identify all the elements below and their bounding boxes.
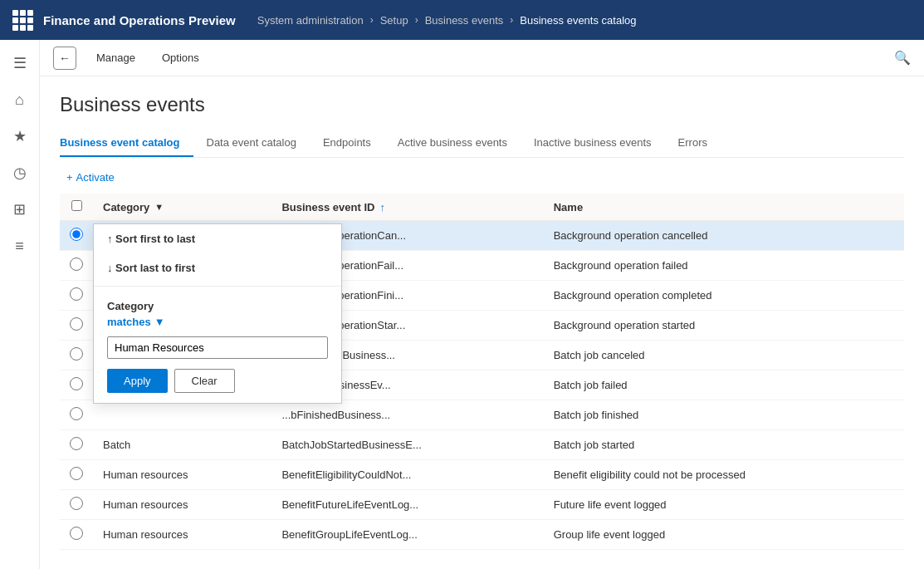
cell-name: Batch job canceled [544,341,904,370]
breadcrumb: System administration › Setup › Business… [257,14,637,27]
matches-chevron-icon: ▼ [154,316,165,328]
cell-name: Future life event logged [544,490,904,520]
toolbar: + Activate [60,168,904,187]
matches-label: matches [107,316,151,328]
filter-input[interactable] [107,336,328,359]
col-event-id-header[interactable]: Business event ID ↑ [271,194,543,221]
row-radio[interactable] [70,347,83,361]
sort-desc-label: ↓ Sort last to first [107,262,195,274]
sidebar-workspaces[interactable]: ⊞ [3,193,37,226]
tab-active-business-events[interactable]: Active business events [384,130,521,157]
cell-event-id: BenefitFutureLifeEventLog... [271,490,543,520]
cell-category: Batch [93,430,271,460]
row-radio[interactable] [70,497,83,510]
row-radio[interactable] [70,258,83,271]
cell-event-id: BenefitGroupLifeEventLog... [271,520,543,550]
tab-data-event-catalog[interactable]: Data event catalog [193,130,310,157]
sidebar-hamburger[interactable]: ☰ [3,47,37,80]
sidebar-recent[interactable]: ◷ [3,156,37,189]
activate-plus-icon: + [66,171,73,184]
table-row[interactable]: Human resources BenefitGroupLifeEventLog… [60,520,904,550]
cell-name: Batch job failed [544,370,904,400]
activate-label: Activate [76,171,115,184]
row-radio[interactable] [70,407,83,420]
col-name-header[interactable]: Name [544,194,904,221]
apply-button[interactable]: Apply [107,369,168,393]
cell-event-id: BenefitEligibilityCouldNot... [271,460,543,490]
sidebar-favorites[interactable]: ★ [3,120,37,153]
main-content: ← Manage Options 🔍 Business events Busin… [40,40,924,569]
row-radio[interactable] [70,287,83,301]
waffle-icon [12,10,33,31]
tab-business-event-catalog[interactable]: Business event catalog [60,130,193,157]
filter-matches-dropdown[interactable]: matches ▼ [107,316,328,328]
sidebar-list[interactable]: ≡ [3,229,37,262]
cell-event-id: ...bFinishedBusiness... [271,400,543,430]
sort-asc-item[interactable]: ↑ Sort first to last [94,224,341,253]
cell-name: Background operation completed [544,281,904,311]
tabs: Business event catalog Data event catalo… [60,130,904,158]
events-table: Category ▼ ↑ Sort first to last [60,194,904,550]
event-id-sort-icon: ↑ [379,201,385,213]
sort-desc-item[interactable]: ↓ Sort last to first [94,253,341,282]
cell-event-id: BatchJobStartedBusinessE... [271,430,543,460]
cell-name: Background operation failed [544,251,904,281]
row-radio[interactable] [70,527,83,540]
table-row[interactable]: Batch BatchJobStartedBusinessE... Batch … [60,430,904,460]
select-all-checkbox[interactable] [71,200,82,211]
tab-endpoints[interactable]: Endpoints [310,130,384,157]
row-radio[interactable] [70,228,83,241]
name-col-label: Name [554,201,583,213]
filter-actions: Apply Clear [107,369,328,393]
row-radio[interactable] [70,437,83,450]
activate-button[interactable]: + Activate [60,168,121,187]
action-bar: ← Manage Options 🔍 [40,40,924,76]
filter-separator [94,286,341,287]
row-radio[interactable] [70,377,83,390]
back-button[interactable]: ← [53,47,76,70]
row-radio[interactable] [70,467,83,480]
table-row[interactable]: ...bFinishedBusiness... Batch job finish… [60,400,904,430]
table-row[interactable]: Human resources BenefitEligibilityCouldN… [60,460,904,490]
cell-category: Human resources [93,460,271,490]
category-filter-popup: ↑ Sort first to last ↓ Sort last to firs… [93,223,342,404]
cell-name: Background operation cancelled [544,221,904,251]
table-row[interactable]: Human resources BenefitFutureLifeEventLo… [60,490,904,520]
breadcrumb-setup[interactable]: Setup [380,14,408,27]
search-icon[interactable]: 🔍 [894,50,911,66]
breadcrumb-catalog: Business events catalog [520,14,636,27]
row-radio[interactable] [70,317,83,331]
tab-errors[interactable]: Errors [665,130,721,157]
tab-inactive-business-events[interactable]: Inactive business events [521,130,665,157]
cell-name: Group life event logged [544,520,904,550]
sidebar-home[interactable]: ⌂ [3,83,37,116]
page-area: Business events Business event catalog D… [40,76,924,569]
top-bar: Finance and Operations Preview System ad… [0,0,924,40]
options-button[interactable]: Options [155,48,206,67]
sort-asc-label: ↑ Sort first to last [107,233,195,245]
cell-category [93,400,271,430]
breadcrumb-business-events[interactable]: Business events [425,14,504,27]
cell-name: Batch job finished [544,400,904,430]
cell-name: Batch job started [544,430,904,460]
clear-button[interactable]: Clear [174,369,235,393]
cell-category: Human resources [93,520,271,550]
app-title: Finance and Operations Preview [43,13,236,27]
cell-name: Background operation started [544,311,904,341]
manage-button[interactable]: Manage [90,48,142,67]
sidebar: ☰ ⌂ ★ ◷ ⊞ ≡ [0,40,40,569]
col-category-header[interactable]: Category ▼ ↑ Sort first to last [93,194,271,221]
cell-name: Benefit eligibility could not be process… [544,460,904,490]
breadcrumb-system-admin[interactable]: System administration [257,14,364,27]
breadcrumb-sep-3: › [510,14,513,26]
filter-body: Category matches ▼ Apply Cle [94,290,341,393]
col-select [60,194,93,221]
filter-field-label: Category [107,300,328,312]
breadcrumb-sep-1: › [370,14,374,26]
cell-category: Human resources [93,490,271,520]
category-col-label: Category [103,201,149,213]
table-wrapper: Category ▼ ↑ Sort first to last [60,194,904,569]
waffle-button[interactable] [10,7,35,32]
event-id-col-label: Business event ID [281,201,374,213]
category-dropdown-icon: ▼ [154,202,164,212]
